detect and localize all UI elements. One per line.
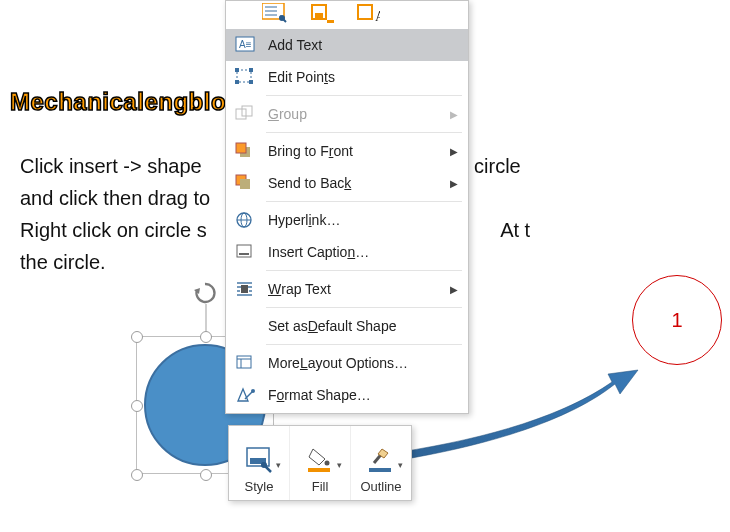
svg-rect-16 — [249, 80, 253, 84]
menu-item-label: Send to Back — [268, 175, 442, 191]
resize-handle[interactable] — [200, 331, 212, 343]
menu-more-layout[interactable]: More Layout Options… — [226, 347, 468, 379]
caption-icon — [234, 241, 256, 263]
svg-rect-13 — [235, 68, 239, 72]
menu-item-label: Edit Points — [268, 69, 460, 85]
style-icon — [244, 445, 274, 473]
menu-item-label: More Layout Options… — [268, 355, 460, 371]
menu-item-label: Set as Default Shape — [268, 318, 460, 334]
text-line: and click then drag to — [20, 187, 210, 209]
style-gallery-icon[interactable] — [262, 3, 288, 23]
submenu-arrow-icon: ▶ — [450, 284, 460, 295]
menu-separator — [266, 95, 462, 96]
svg-point-42 — [325, 461, 330, 466]
menu-separator — [266, 270, 462, 271]
blank-icon — [234, 315, 256, 337]
svg-rect-22 — [240, 179, 250, 189]
format-shape-icon — [234, 384, 256, 406]
text-line: the circle. — [20, 251, 106, 273]
menu-add-text[interactable]: A≡ Add Text — [226, 29, 468, 61]
menu-item-label: Wrap Text — [268, 281, 442, 297]
rotate-handle-icon[interactable] — [194, 282, 216, 304]
send-back-icon — [234, 172, 256, 194]
text-line: Right click on circle s — [20, 219, 207, 241]
svg-rect-27 — [239, 253, 249, 255]
text-fragment: circle — [474, 155, 521, 177]
mini-style-button[interactable]: Style ▾ — [229, 426, 289, 500]
add-text-icon: A≡ — [234, 34, 256, 56]
text-fragment: At t — [500, 219, 530, 241]
svg-rect-34 — [237, 356, 251, 368]
red-circle-label: 1 — [671, 309, 682, 332]
svg-point-4 — [279, 15, 285, 21]
menu-format-shape[interactable]: Format Shape… — [226, 379, 468, 411]
svg-rect-15 — [235, 80, 239, 84]
wrap-text-icon — [234, 278, 256, 300]
menu-item-label: Group — [268, 106, 442, 122]
svg-rect-12 — [237, 70, 251, 82]
menu-send-to-back[interactable]: Send to Back ▶ — [226, 167, 468, 199]
svg-rect-44 — [369, 468, 391, 472]
mini-fill-button[interactable]: Fill ▾ — [289, 426, 350, 500]
svg-rect-14 — [249, 68, 253, 72]
menu-separator — [266, 344, 462, 345]
menu-item-label: Add Text — [268, 37, 460, 53]
mini-btn-label: Style — [245, 479, 274, 494]
resize-handle[interactable] — [131, 400, 143, 412]
resize-handle[interactable] — [131, 469, 143, 481]
submenu-arrow-icon: ▶ — [450, 146, 460, 157]
svg-rect-20 — [236, 143, 246, 153]
menu-set-default-shape[interactable]: Set as Default Shape — [226, 310, 468, 342]
menu-separator — [266, 132, 462, 133]
mini-outline-button[interactable]: Outline ▾ — [350, 426, 411, 500]
menu-item-label: Format Shape… — [268, 387, 460, 403]
outline-icon — [366, 445, 396, 473]
menu-hyperlink[interactable]: Hyperlink… — [226, 204, 468, 236]
result-shape[interactable]: 1 — [632, 275, 722, 365]
fill-icon — [305, 445, 335, 473]
group-icon — [234, 103, 256, 125]
svg-rect-6 — [315, 13, 323, 18]
menu-bring-to-front[interactable]: Bring to Front ▶ — [226, 135, 468, 167]
menu-wrap-text[interactable]: Wrap Text ▶ — [226, 273, 468, 305]
hyperlink-icon — [234, 209, 256, 231]
svg-rect-26 — [237, 245, 251, 257]
dropdown-arrow-icon: ▾ — [276, 460, 281, 470]
menu-item-label: Hyperlink… — [268, 212, 460, 228]
menu-separator — [266, 201, 462, 202]
svg-text:A≡: A≡ — [239, 39, 252, 50]
shape-context-menu: A A≡ Add Text Edit Points Group ▶ Bring … — [225, 0, 469, 414]
submenu-arrow-icon: ▶ — [450, 109, 460, 120]
dropdown-arrow-icon: ▾ — [398, 460, 403, 470]
fill-bucket-icon[interactable] — [310, 3, 334, 23]
svg-rect-8 — [358, 5, 372, 19]
menu-top-toolbar: A — [226, 1, 468, 29]
bring-front-icon — [234, 140, 256, 162]
menu-insert-caption[interactable]: Insert Caption… — [226, 236, 468, 268]
mini-btn-label: Outline — [360, 479, 401, 494]
menu-item-label: Insert Caption… — [268, 244, 460, 260]
submenu-arrow-icon: ▶ — [450, 178, 460, 189]
menu-separator — [266, 307, 462, 308]
svg-marker-7 — [327, 20, 334, 23]
layout-options-icon — [234, 352, 256, 374]
shape-mini-toolbar: Style ▾ Fill ▾ Outline ▾ — [228, 425, 412, 501]
menu-item-label: Bring to Front — [268, 143, 442, 159]
svg-rect-43 — [308, 468, 330, 472]
svg-rect-30 — [241, 285, 248, 293]
resize-handle[interactable] — [200, 469, 212, 481]
menu-group: Group ▶ — [226, 98, 468, 130]
svg-point-38 — [251, 389, 255, 393]
mini-btn-label: Fill — [312, 479, 329, 494]
resize-handle[interactable] — [131, 331, 143, 343]
red-circle: 1 — [632, 275, 722, 365]
svg-rect-18 — [242, 106, 252, 116]
svg-marker-37 — [238, 389, 248, 401]
edit-points-icon — [234, 66, 256, 88]
menu-edit-points[interactable]: Edit Points — [226, 61, 468, 93]
text-line: Click insert -> shape — [20, 155, 202, 177]
text-box-icon[interactable]: A — [356, 3, 380, 23]
svg-rect-17 — [236, 109, 246, 119]
svg-point-41 — [261, 462, 267, 468]
svg-text:A: A — [375, 9, 380, 23]
